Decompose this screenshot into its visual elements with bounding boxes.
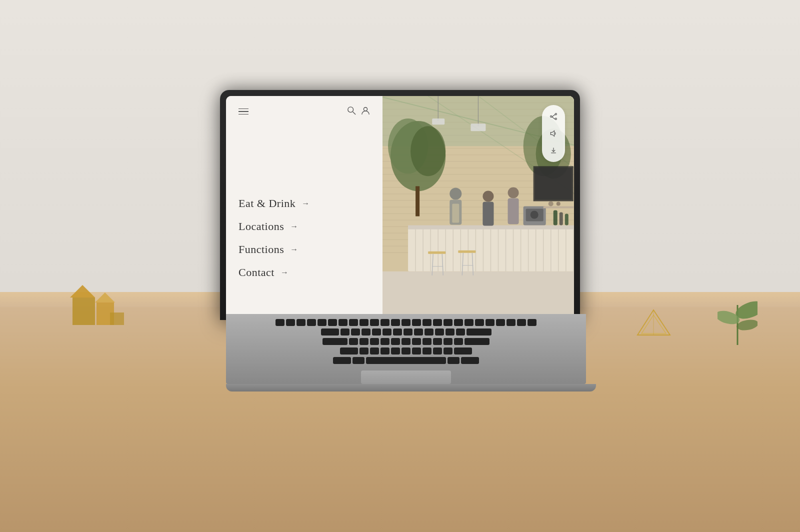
key[interactable] [454,338,463,345]
key[interactable] [338,319,348,326]
svg-rect-82 [428,252,446,254]
key[interactable] [412,348,421,354]
key[interactable] [360,319,368,326]
key[interactable] [340,328,350,336]
key[interactable] [422,319,432,326]
key[interactable] [414,328,423,336]
right-plant [718,285,758,347]
key[interactable] [370,319,379,326]
svg-rect-104 [535,168,572,200]
keyboard-row-5 [333,357,479,364]
key[interactable] [391,348,400,354]
key[interactable] [422,348,432,354]
key[interactable] [351,328,360,336]
key[interactable] [435,328,444,336]
key[interactable] [464,319,474,326]
key[interactable] [402,319,410,326]
hamburger-menu-button[interactable] [238,108,248,115]
key-caps[interactable] [322,338,348,345]
share-button[interactable] [546,109,561,124]
key[interactable] [404,328,412,336]
key[interactable] [486,319,494,326]
key[interactable] [433,319,442,326]
key[interactable] [372,328,381,336]
key[interactable] [402,338,410,345]
key-tab[interactable] [321,328,339,336]
svg-rect-50 [432,118,444,124]
key[interactable] [328,319,337,326]
key[interactable] [370,338,379,345]
key[interactable] [276,319,284,326]
key[interactable] [349,338,358,345]
cafe-scene [382,96,574,314]
key-cmd-l[interactable] [333,357,351,364]
key-cmd-r[interactable] [461,357,479,364]
key[interactable] [380,348,390,354]
svg-point-90 [450,188,462,200]
key[interactable] [444,338,452,345]
key[interactable] [349,319,358,326]
key[interactable] [412,319,421,326]
laptop-screen: Eat & Drink → Locations → Functions → [226,96,574,314]
nav-item-contact[interactable]: Contact → [238,261,370,284]
key[interactable] [380,319,390,326]
nav-item-locations[interactable]: Locations → [238,215,370,238]
key[interactable] [391,338,400,345]
menu-panel: Eat & Drink → Locations → Functions → [226,96,382,314]
key[interactable] [475,319,484,326]
key-shift-l[interactable] [340,348,358,354]
key[interactable] [307,319,316,326]
key[interactable] [454,319,463,326]
key[interactable] [402,348,410,354]
key[interactable] [433,338,442,345]
key[interactable] [296,319,306,326]
key-option-l[interactable] [352,357,364,364]
key[interactable] [393,328,402,336]
key-option-r[interactable] [448,357,460,364]
search-button[interactable] [347,106,356,117]
key-spacebar[interactable] [366,357,446,364]
key[interactable] [424,328,434,336]
key[interactable] [528,319,536,326]
key[interactable] [433,348,442,354]
key[interactable] [444,348,452,354]
keyboard-row-2 [321,328,492,336]
key[interactable] [380,338,390,345]
key[interactable] [318,319,326,326]
key[interactable] [286,319,295,326]
key[interactable] [391,319,400,326]
volume-button[interactable] [546,126,561,141]
laptop: Eat & Drink → Locations → Functions → [220,90,580,320]
keyboard-row-3 [322,338,490,345]
key[interactable] [422,338,432,345]
key[interactable] [446,328,454,336]
key-backspace[interactable] [466,328,492,336]
svg-rect-86 [458,250,476,253]
user-account-button[interactable] [361,106,370,117]
key[interactable] [382,328,392,336]
key[interactable] [362,328,370,336]
download-button[interactable] [546,143,561,158]
key[interactable] [506,319,516,326]
svg-point-95 [508,187,519,198]
nav-item-eat-drink[interactable]: Eat & Drink → [238,192,370,215]
trackpad[interactable] [361,370,451,384]
key[interactable] [456,328,465,336]
key[interactable] [496,319,505,326]
key-shift-r[interactable] [454,348,472,354]
keyboard-row-1 [276,319,536,326]
key[interactable] [370,348,379,354]
nav-item-functions[interactable]: Functions → [238,238,370,261]
key[interactable] [360,348,368,354]
keyboard-row-4 [340,348,472,354]
key[interactable] [412,338,421,345]
svg-line-112 [552,117,555,120]
key[interactable] [360,338,368,345]
key[interactable] [517,319,526,326]
svg-rect-101 [560,212,563,226]
svg-rect-48 [471,124,486,131]
key-enter[interactable] [464,338,490,345]
svg-point-53 [410,126,446,176]
svg-rect-96 [508,198,519,224]
key[interactable] [444,319,452,326]
